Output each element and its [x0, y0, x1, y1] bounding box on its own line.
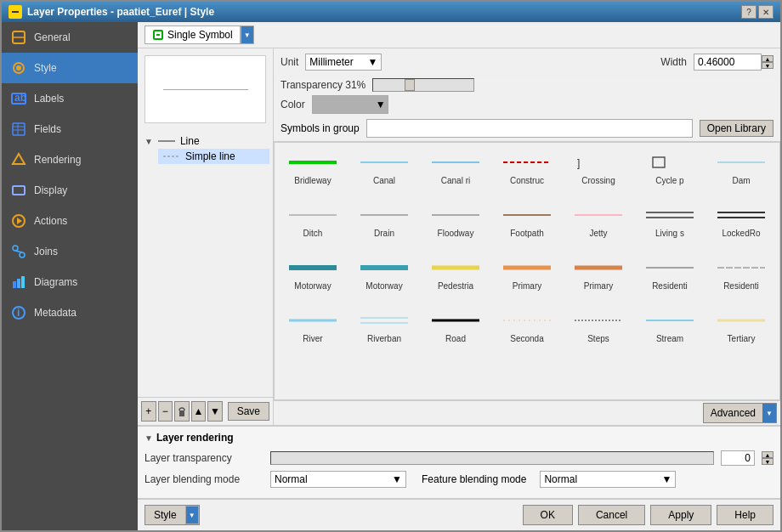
sidebar-label-general: General — [34, 31, 71, 43]
svg-point-16 — [20, 252, 25, 258]
symbol-cell-seconda[interactable]: Seconda — [492, 304, 562, 355]
tree-item-line[interactable]: ▼ Line — [141, 133, 269, 149]
sidebar-item-fields[interactable]: Fields — [2, 114, 138, 144]
transparency-thumb[interactable] — [405, 79, 415, 91]
symbol-cell-jetty[interactable]: Jetty — [564, 199, 633, 250]
symbol-cell-cycle-p[interactable]: Cycle p — [635, 146, 705, 197]
sidebar-item-metadata[interactable]: i Metadata — [2, 297, 138, 328]
symbol-cell-bridleway[interactable]: Bridleway — [278, 146, 348, 197]
remove-symbol-btn[interactable]: − — [158, 401, 173, 422]
symbol-cell-tertiary[interactable]: Tertiary — [706, 304, 776, 355]
symbol-cell-canal[interactable]: Canal — [349, 146, 419, 197]
lr-transparency-spinbox: ▲ ▼ — [762, 451, 774, 465]
sidebar-item-general[interactable]: General — [2, 22, 138, 53]
lr-transparency-slider[interactable] — [270, 451, 714, 465]
svg-text:i: i — [17, 307, 20, 319]
symbol-cell-pedestria[interactable]: Pedestria — [421, 252, 490, 303]
ok-button[interactable]: OK — [523, 505, 573, 525]
help-btn[interactable]: ? — [741, 5, 756, 19]
single-symbol-button[interactable]: Single Symbol — [144, 25, 241, 44]
symbols-group-label: Symbols in group — [280, 122, 360, 134]
symbol-cell-riverban[interactable]: Riverban — [349, 304, 419, 355]
unit-dropdown[interactable]: Millimeter ▼ — [305, 54, 382, 71]
symbol-cell-lockedro[interactable]: LockedRo — [706, 199, 776, 250]
display-icon — [10, 182, 27, 199]
lr-spin-down[interactable]: ▼ — [762, 458, 774, 465]
symbol-cell-floodway[interactable]: Floodway — [421, 199, 490, 250]
advanced-button[interactable]: Advanced ▼ — [703, 403, 777, 423]
collapse-icon[interactable]: ▼ — [144, 433, 153, 443]
symbols-search-input[interactable] — [366, 119, 693, 138]
fields-icon — [10, 121, 27, 138]
symbol-cell-construc[interactable]: Construc — [492, 146, 562, 197]
feature-blending-dropdown[interactable]: Normal ▼ — [540, 471, 676, 488]
sidebar-item-diagrams[interactable]: Diagrams — [2, 267, 138, 297]
symbol-tree-toolbar: + − ▲ ▼ Save — [138, 397, 273, 425]
symbol-cell-drain[interactable]: Drain — [349, 199, 419, 250]
tree-label-line: Line — [180, 135, 200, 147]
width-spinbox: ▲ ▼ — [762, 55, 774, 69]
symbol-type-dropdown[interactable]: ▼ — [241, 25, 254, 44]
tree-item-simple-line[interactable]: Simple line — [158, 149, 269, 164]
lr-transparency-value[interactable] — [721, 450, 755, 466]
move-down-btn[interactable]: ▼ — [207, 401, 223, 422]
help-button[interactable]: Help — [717, 505, 774, 525]
symbol-cell-river[interactable]: River — [278, 304, 348, 355]
style-button[interactable]: Style ▼ — [144, 505, 200, 525]
cancel-button[interactable]: Cancel — [578, 505, 645, 525]
symbol-cell-primary2[interactable]: Primary — [564, 252, 633, 303]
open-library-button[interactable]: Open Library — [700, 120, 774, 137]
symbol-cell-residenti2[interactable]: Residenti — [706, 252, 776, 303]
add-symbol-btn[interactable]: + — [141, 401, 156, 422]
symbol-cell-road[interactable]: Road — [421, 304, 490, 355]
symbol-cell-stream[interactable]: Stream — [635, 304, 705, 355]
symbol-cell-steps[interactable]: Steps — [564, 304, 633, 355]
sidebar-label-fields: Fields — [34, 123, 61, 135]
symbol-cell-ditch[interactable]: Ditch — [278, 199, 348, 250]
sidebar-item-actions[interactable]: Actions — [2, 206, 138, 236]
main-area: General Style abc Labels Fields — [2, 22, 780, 530]
symbols-header: Symbols in group Open Library — [274, 116, 780, 142]
width-spin-down[interactable]: ▼ — [762, 62, 774, 69]
close-btn[interactable]: ✕ — [758, 5, 774, 19]
lr-spin-up[interactable]: ▲ — [762, 451, 774, 458]
symbol-cell-primary1[interactable]: Primary — [492, 252, 562, 303]
width-spin-up[interactable]: ▲ — [762, 55, 774, 62]
symbol-grid-inner: Bridleway Canal — [278, 146, 776, 355]
transparency-slider[interactable] — [372, 78, 474, 92]
layer-rendering-label: Layer rendering — [156, 432, 234, 444]
sidebar-item-labels[interactable]: abc Labels — [2, 83, 138, 114]
symbol-cell-residenti1[interactable]: Residenti — [635, 252, 705, 303]
style-dropdown-arrow[interactable]: ▼ — [185, 506, 199, 524]
bottom-bar: Style ▼ OK Cancel Apply Help — [138, 498, 780, 530]
lock-symbol-btn[interactable] — [174, 401, 190, 422]
symbol-cell-footpath[interactable]: Footpath — [492, 199, 562, 250]
advanced-label: Advanced — [704, 405, 762, 422]
transparency-lr-row: Layer transparency ▲ ▼ — [144, 450, 774, 466]
sidebar-item-style[interactable]: Style — [2, 53, 138, 83]
svg-rect-8 — [13, 123, 25, 135]
symbol-cell-living-s[interactable]: Living s — [635, 199, 705, 250]
symbol-cell-crossing[interactable]: ] Crossing — [564, 146, 633, 197]
symbol-cell-canal-ri[interactable]: Canal ri — [421, 146, 490, 197]
feature-blending-label: Feature blending mode — [422, 473, 526, 485]
color-swatch[interactable]: ▼ — [312, 95, 388, 114]
save-button[interactable]: Save — [228, 402, 269, 421]
symbol-cell-dam[interactable]: Dam — [706, 146, 776, 197]
preview-line — [163, 89, 248, 90]
sidebar-label-rendering: Rendering — [34, 154, 81, 166]
move-up-btn[interactable]: ▲ — [191, 401, 207, 422]
bottom-right: OK Cancel Apply Help — [523, 505, 774, 525]
width-input[interactable] — [694, 54, 762, 71]
sidebar-item-joins[interactable]: Joins — [2, 236, 138, 267]
sidebar-label-display: Display — [34, 184, 67, 196]
sidebar-item-display[interactable]: Display — [2, 175, 138, 206]
symbol-grid[interactable]: Bridleway Canal — [274, 142, 780, 400]
layer-blending-dropdown[interactable]: Normal ▼ — [270, 471, 406, 488]
sidebar-item-rendering[interactable]: Rendering — [2, 144, 138, 175]
apply-button[interactable]: Apply — [650, 505, 711, 525]
right-panel: Unit Millimeter ▼ Width ▲ — [274, 48, 780, 425]
width-label: Width — [660, 56, 687, 68]
symbol-cell-motorway1[interactable]: Motorway — [278, 252, 348, 303]
symbol-cell-motorway2[interactable]: Motorway — [349, 252, 419, 303]
